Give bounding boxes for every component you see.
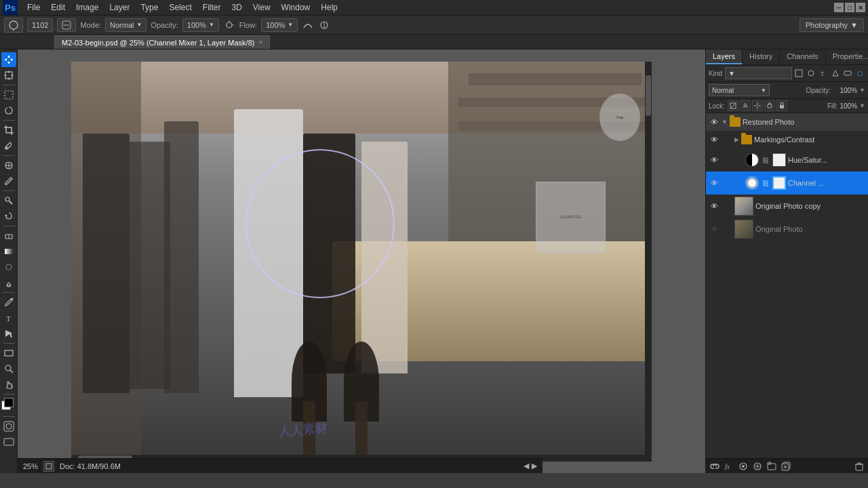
minimize-button[interactable]: ─: [834, 3, 844, 12]
menu-type[interactable]: Type: [135, 1, 163, 14]
layer-item-original-photo[interactable]: 👁 Original Photo: [706, 218, 868, 241]
lock-all-button[interactable]: [776, 100, 787, 111]
workspace-dropdown[interactable]: Photography ▼: [800, 18, 864, 32]
tab-history[interactable]: History: [743, 49, 780, 64]
zoom-tool[interactable]: [1, 361, 16, 376]
collapse-restored-photo[interactable]: ▼: [722, 119, 728, 125]
filter-toggle-icon[interactable]: ⬡: [854, 68, 865, 79]
gradient-tool[interactable]: [1, 244, 16, 259]
clone-stamp-tool[interactable]: [1, 193, 16, 208]
path-selection-tool[interactable]: [1, 326, 16, 341]
collapse-markings[interactable]: ▶: [734, 136, 739, 143]
opacity-value: 100%: [187, 21, 206, 29]
menu-edit[interactable]: Edit: [45, 1, 71, 14]
brush-options-icon: [62, 20, 71, 30]
lock-position-button[interactable]: [752, 100, 763, 111]
lasso-tool[interactable]: [1, 103, 16, 118]
filter-pixel-icon[interactable]: [793, 68, 804, 79]
menu-view[interactable]: View: [248, 1, 276, 14]
lock-artboard-button[interactable]: [764, 100, 775, 111]
eyedropper-tool[interactable]: [1, 138, 16, 153]
brush-preset-picker[interactable]: [4, 18, 23, 33]
close-button[interactable]: ✕: [856, 3, 865, 12]
filter-type-icon[interactable]: T: [818, 68, 829, 79]
tab-layers[interactable]: Layers: [706, 49, 743, 64]
canvas-area[interactable]: CIGARETTES 7up 人人素材: [18, 49, 705, 473]
menu-filter[interactable]: Filter: [197, 1, 226, 14]
brush-tool[interactable]: [1, 174, 16, 188]
filter-smart-icon[interactable]: [842, 68, 853, 79]
layer-visibility-markings[interactable]: 👁: [709, 134, 719, 145]
scroll-left-button[interactable]: ◀: [524, 462, 529, 470]
quick-mask-mode[interactable]: [1, 419, 16, 434]
lock-image-button[interactable]: [740, 100, 751, 111]
kind-dropdown[interactable]: ▼: [725, 67, 792, 79]
dodge-tool[interactable]: [1, 275, 16, 290]
tab-properties[interactable]: Propertie...: [826, 49, 868, 64]
screen-mode[interactable]: [1, 434, 16, 449]
scroll-right-button[interactable]: ▶: [532, 462, 537, 470]
add-mask-icon[interactable]: [737, 460, 749, 472]
layer-item-hue-satur[interactable]: 👁 ⛓ Hue/Satur...: [706, 148, 868, 171]
canvas-vertical-scrollbar[interactable]: [645, 62, 652, 462]
menu-layer[interactable]: Layer: [104, 1, 135, 14]
svg-rect-39: [795, 70, 802, 77]
rectangular-marquee-tool[interactable]: [1, 87, 16, 102]
menu-file[interactable]: File: [22, 1, 45, 14]
tab-channels[interactable]: Channels: [780, 49, 825, 64]
left-toolbar: T: [0, 49, 18, 473]
foreground-color-swatch[interactable]: [4, 398, 14, 407]
maximize-button[interactable]: □: [845, 3, 854, 12]
smoothing-icon[interactable]: [302, 19, 314, 31]
brush-size-dropdown[interactable]: 1102: [27, 18, 53, 32]
menu-window[interactable]: Window: [276, 1, 316, 14]
rectangle-tool[interactable]: [1, 346, 16, 361]
document-tab[interactable]: M2-03-begin.psd @ 25% (Channel Mixer 1, …: [54, 35, 270, 49]
layer-link-icon[interactable]: [709, 460, 721, 472]
menu-select[interactable]: Select: [163, 1, 197, 14]
layer-item-restored-photo[interactable]: 👁 ▼ Restored Photo: [706, 113, 868, 131]
mode-dropdown[interactable]: Normal ▼: [105, 18, 146, 32]
menu-help[interactable]: Help: [315, 1, 343, 14]
blur-tool[interactable]: [1, 260, 16, 274]
hand-tool[interactable]: [1, 377, 16, 392]
add-adjustment-icon[interactable]: [751, 460, 764, 472]
layer-visibility-orig-copy[interactable]: 👁: [709, 201, 719, 211]
crop-tool[interactable]: [1, 123, 16, 138]
new-group-icon[interactable]: [766, 460, 778, 472]
healing-brush-tool[interactable]: [1, 158, 16, 173]
artboard-tool[interactable]: [1, 68, 16, 83]
eraser-tool[interactable]: [1, 228, 16, 243]
layer-item-original-copy[interactable]: 👁 Original Photo copy: [706, 195, 868, 218]
pressure-icon[interactable]: [318, 19, 330, 31]
history-brush-tool[interactable]: [1, 209, 16, 224]
delete-layer-icon[interactable]: [853, 460, 865, 472]
lock-transparent-button[interactable]: [728, 100, 738, 111]
layer-item-channel-mixer[interactable]: 👁 ⛓ Channel ...: [706, 171, 868, 195]
layer-visibility-orig[interactable]: 👁: [709, 224, 719, 235]
pen-tool[interactable]: [1, 295, 16, 310]
move-tool[interactable]: [1, 52, 16, 67]
tab-close-button[interactable]: ×: [258, 39, 262, 46]
menu-3d[interactable]: 3D: [226, 1, 247, 14]
flow-dropdown[interactable]: 100% ▼: [261, 18, 298, 32]
opacity-dropdown[interactable]: 100% ▼: [182, 18, 219, 32]
airbrush-icon[interactable]: [223, 19, 235, 31]
new-layer-icon[interactable]: [780, 460, 792, 472]
layer-item-markings-contrast[interactable]: 👁 ▶ Markings/Contrast: [706, 131, 868, 148]
blend-mode-dropdown[interactable]: Normal ▼: [709, 84, 770, 96]
layer-fx-icon[interactable]: fx: [723, 460, 735, 472]
layer-visibility-channel[interactable]: 👁: [709, 178, 719, 188]
zoom-fit-button[interactable]: [43, 461, 54, 472]
filter-adjustment-icon[interactable]: [806, 68, 816, 79]
opacity-unit: ▼: [859, 87, 865, 94]
menu-image[interactable]: Image: [71, 1, 104, 14]
foreground-background-colors[interactable]: [1, 398, 16, 413]
brush-hardness-icon[interactable]: [57, 18, 76, 32]
layer-visibility-hue-satur[interactable]: 👁: [709, 155, 719, 165]
opacity-label: Opacity:: [151, 21, 178, 29]
link-hue-satur: ⛓: [761, 155, 770, 165]
filter-vector-icon[interactable]: [830, 68, 841, 79]
type-tool[interactable]: T: [1, 310, 16, 325]
layer-visibility-restored-photo[interactable]: 👁: [709, 117, 719, 127]
